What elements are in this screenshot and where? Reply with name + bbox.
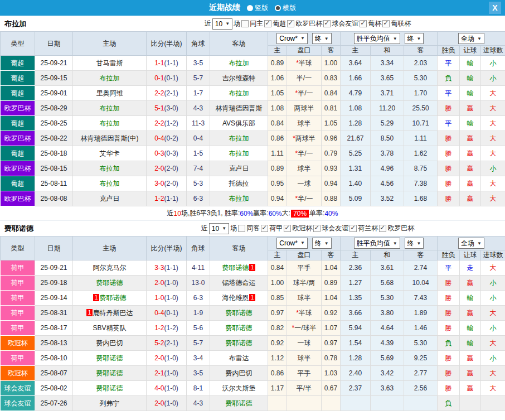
handicap-result-cell-text: 走 [467, 264, 474, 272]
league-checkbox[interactable] [264, 20, 271, 27]
sub-col-header: 盘口 [287, 250, 322, 260]
score-cell: 0-1(0-1) [147, 71, 187, 86]
result-cell: 勝 [438, 146, 460, 161]
league-checkbox[interactable] [313, 225, 321, 232]
odds-source-select[interactable]: Crow*▼ [276, 238, 308, 249]
filter-row: 费耶诺德近10▼场 同客荷甲欧冠杯球会友谊荷兰杯欧罗巴杯 [0, 220, 505, 236]
same-venue-checkbox[interactable] [238, 225, 245, 232]
league-type-badge: 球会友谊 [1, 381, 35, 396]
league-checkbox[interactable] [349, 225, 357, 232]
goals-cell: 大 [481, 86, 505, 101]
league-type-badge: 欧罗巴杯 [1, 191, 35, 206]
league-checkbox[interactable] [379, 225, 386, 232]
match-date: 25-08-07 [35, 366, 73, 381]
home-team-cell: 费耶诺德 [73, 381, 147, 396]
mean-state-select[interactable]: 终▼ [405, 33, 424, 44]
close-icon[interactable]: X [489, 2, 501, 14]
score-cell: 3-3(1-1) [147, 260, 187, 276]
table-row: 葡超25-09-15布拉加0-1(0-1)5-7吉尔维森特1.06半/一0.83… [1, 71, 505, 86]
summary-segment: 近 [167, 209, 174, 218]
league-checkbox[interactable] [382, 20, 390, 27]
sub-col-header: 和 [371, 250, 404, 260]
mean-draw: 4.64 [371, 321, 404, 336]
mean-home: 1.28 [341, 116, 371, 131]
col-header: 客场 [210, 236, 268, 260]
handicap [287, 396, 322, 411]
league-type-badge: 荷甲 [1, 276, 35, 291]
goals-cell-text: 大 [490, 369, 497, 377]
odds-state-select[interactable]: 终▼ [312, 238, 332, 249]
goals-cell: 大 [481, 366, 505, 381]
odds-home: 0.89 [268, 161, 287, 176]
half-score: (1-0) [164, 399, 178, 407]
same-venue-checkbox[interactable] [241, 20, 249, 27]
goals-cell-text: 小 [490, 279, 497, 287]
odds-state-select[interactable]: 终▼ [312, 33, 332, 44]
mean-state-select[interactable]: 终▼ [405, 238, 424, 249]
full-score: 2-2 [154, 89, 164, 97]
league-checkbox[interactable] [287, 20, 294, 27]
odds-source-select[interactable]: Crow*▼ [276, 33, 308, 44]
league-checkbox[interactable] [360, 20, 367, 27]
result-cell: 勝 [438, 351, 460, 366]
league-checkbox[interactable] [284, 225, 291, 232]
odds-home: 0.94 [268, 191, 287, 206]
table-row: 球会友谊25-07-26列弗宁2-0(1-0)4-3费耶诺德負 [1, 396, 505, 411]
league-checkbox[interactable] [323, 20, 331, 27]
handicap-result-cell-text: 贏 [467, 165, 474, 172]
away-team-cell: 克卢日 [210, 161, 268, 176]
layout-radio-vertical-label: 竖版 [255, 3, 268, 13]
goals-cell-text: 小 [490, 294, 497, 302]
result-cell-text: 勝 [445, 279, 452, 287]
full-score: 3-3 [154, 264, 164, 272]
chevron-down-icon: ▼ [225, 21, 230, 26]
match-count-select[interactable]: 10▼ [212, 18, 232, 30]
home-team-cell: 阿尔克马尔 [73, 260, 147, 276]
layout-radio-horizontal[interactable] [275, 5, 281, 11]
scope-select[interactable]: 全场▼ [458, 33, 484, 44]
score-cell: 1-1(1-1) [147, 56, 187, 71]
home-team-cell: 克卢日 [73, 191, 147, 206]
match-date: 25-09-21 [35, 56, 73, 71]
handicap-result-cell-text: 輸 [467, 339, 474, 347]
matches-table: 类型日期主场比分(半场)角球客场Crow*▼终▼胜平负均值▼终▼全场▼主盘口客主… [0, 236, 505, 411]
handicap-result-cell-text: 輸 [467, 294, 474, 302]
mean-select[interactable]: 胜平负均值▼ [354, 238, 400, 249]
full-score: 0-1 [154, 74, 164, 82]
match-date: 25-08-22 [35, 131, 73, 146]
red-card-badge: 1 [93, 294, 99, 301]
away-team-name: 布拉加 [229, 89, 249, 97]
handicap: 平手 [287, 260, 322, 276]
half-score: (0-3) [164, 149, 178, 157]
half-score: (0-2) [164, 134, 178, 142]
mean-group-header: 胜平负均值▼终▼ [341, 236, 438, 250]
score-cell: 2-0(2-0) [147, 161, 187, 176]
goals-cell: 小 [481, 351, 505, 366]
mean-select[interactable]: 胜平负均值▼ [354, 33, 400, 44]
mean-home: 5.25 [341, 146, 371, 161]
col-header: 类型 [1, 236, 35, 260]
odds-home: 0.84 [268, 116, 287, 131]
league-checkbox[interactable] [261, 225, 268, 232]
mean-away: 1.46 [404, 321, 438, 336]
col-header: 角球 [187, 236, 210, 260]
home-team-cell: 布拉加 [73, 116, 147, 131]
match-date: 25-08-08 [35, 191, 73, 206]
odds-state-select-value: 终 [315, 34, 322, 44]
summary-segment: 大: [282, 209, 290, 218]
scope-select[interactable]: 全场▼ [458, 238, 484, 249]
layout-radio-vertical[interactable] [247, 5, 253, 11]
matches-label: 场 [234, 19, 240, 28]
chevron-down-icon: ▼ [324, 241, 329, 246]
handicap: 球半/两 [287, 276, 322, 291]
summary-segment: 60% [240, 210, 253, 218]
summary-segment: 60% [269, 210, 282, 218]
near-label: 近 [205, 19, 211, 28]
goals-cell: 小 [481, 321, 505, 336]
league-type-badge: 葡超 [1, 71, 35, 86]
odds-away: 1.07 [322, 321, 341, 336]
match-count-select[interactable]: 10▼ [209, 223, 229, 234]
mean-state-select-value: 终 [407, 34, 414, 44]
corner-score: 13-0 [187, 276, 210, 291]
sub-col-header: 进球数 [481, 250, 505, 260]
